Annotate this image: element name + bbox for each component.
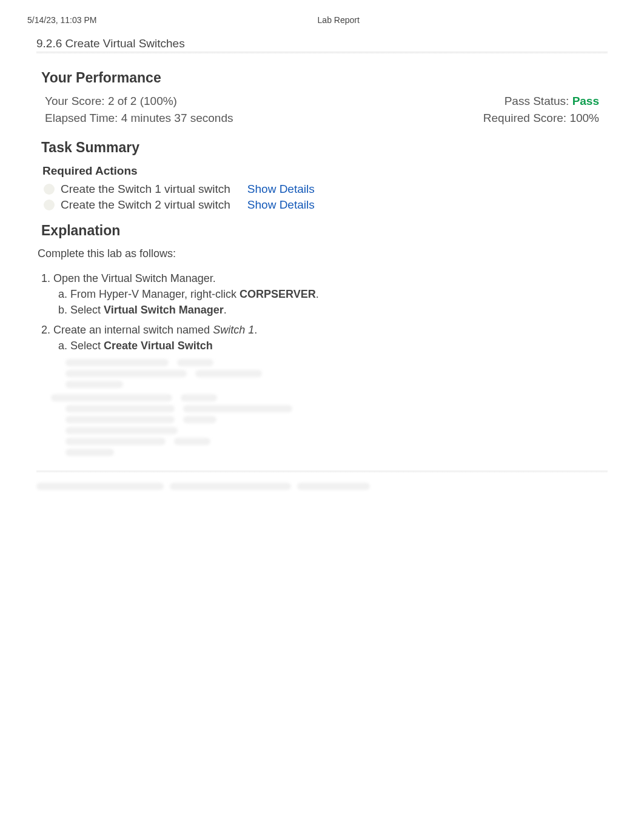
task-summary-heading: Task Summary (41, 139, 608, 156)
main-content: 9.2.6 Create Virtual Switches Your Perfo… (0, 31, 644, 508)
explanation-heading: Explanation (41, 223, 608, 239)
pass-label: Pass Status: (505, 95, 572, 107)
explanation-intro: Complete this lab as follows: (38, 247, 608, 260)
action-text: Create the Switch 1 virtual switch (61, 183, 230, 196)
step-1b: Select Virtual Switch Manager. (70, 303, 608, 317)
page-header: 5/14/23, 11:03 PM Lab Report (0, 0, 644, 31)
required-score-row: Required Score: 100% (322, 112, 599, 125)
performance-heading: Your Performance (41, 70, 608, 86)
required-label: Required Score: (483, 112, 570, 124)
score-label: Your Score: (45, 95, 108, 107)
copyright-blurred (36, 483, 608, 490)
required-actions-heading: Required Actions (42, 164, 608, 178)
pass-value: Pass (572, 95, 599, 107)
status-dot-icon (44, 184, 55, 195)
step-2a: Select Create Virtual Switch (70, 338, 608, 353)
score-value: 2 of 2 (100%) (108, 95, 177, 107)
step-1a: From Hyper-V Manager, right-click CORPSE… (70, 287, 608, 301)
action-row: Create the Switch 1 virtual switch Show … (44, 183, 608, 196)
elapsed-row: Elapsed Time: 4 minutes 37 seconds (45, 112, 322, 125)
lab-title: 9.2.6 Create Virtual Switches (36, 37, 608, 50)
score-row: Your Score: 2 of 2 (100%) (45, 95, 322, 108)
step-1: Open the Virtual Switch Manager. From Hy… (53, 272, 608, 318)
divider (36, 471, 608, 473)
blurred-content (36, 359, 608, 456)
steps-list: Open the Virtual Switch Manager. From Hy… (36, 272, 608, 353)
pass-status-row: Pass Status: Pass (322, 95, 599, 108)
doc-title-header: Lab Report (133, 15, 544, 25)
action-row: Create the Switch 2 virtual switch Show … (44, 198, 608, 212)
elapsed-label: Elapsed Time: (45, 112, 121, 124)
status-dot-icon (44, 200, 55, 210)
step-2-sub: Select Create Virtual Switch (53, 338, 608, 353)
print-timestamp: 5/14/23, 11:03 PM (27, 15, 96, 25)
show-details-link[interactable]: Show Details (247, 183, 315, 196)
divider (36, 52, 608, 54)
show-details-link[interactable]: Show Details (247, 198, 315, 212)
required-value: 100% (569, 112, 599, 124)
elapsed-value: 4 minutes 37 seconds (121, 112, 233, 124)
step-1-text: Open the Virtual Switch Manager. (53, 272, 216, 284)
performance-grid: Your Score: 2 of 2 (100%) Pass Status: P… (36, 95, 608, 129)
step-1-sub: From Hyper-V Manager, right-click CORPSE… (53, 287, 608, 318)
step-2: Create an internal switch named Switch 1… (53, 324, 608, 353)
action-text: Create the Switch 2 virtual switch (61, 198, 230, 212)
